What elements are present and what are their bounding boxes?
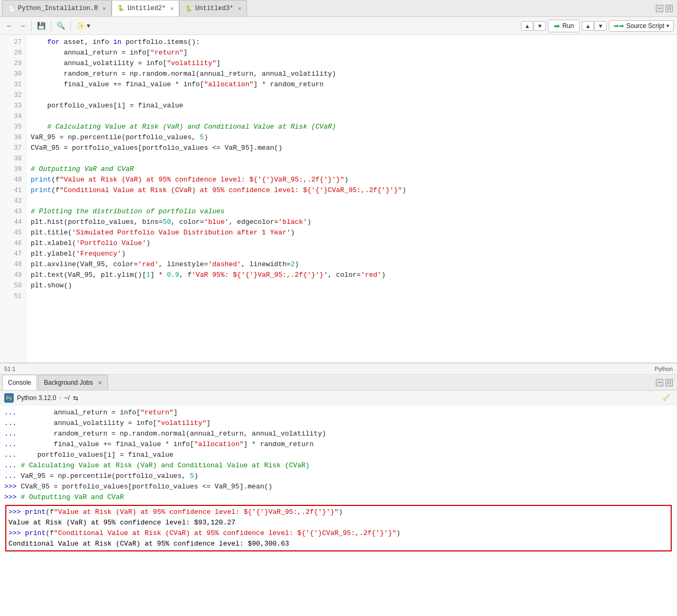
code-editor[interactable]: 27 28 29 30 31 32 33 34 35 36 37 38 39 4…	[0, 35, 677, 363]
tab-python-installation[interactable]: 📄 Python_Installation.R ✕	[2, 0, 112, 16]
console-maximize-button[interactable]: □	[665, 379, 673, 386]
code-lines[interactable]: for asset, info in portfolio.items(): an…	[26, 35, 677, 363]
background-jobs-label: Background Jobs	[44, 379, 93, 386]
tab-close-untitled2[interactable]: ✕	[170, 5, 173, 12]
console-win-controls: — □	[656, 379, 673, 386]
language-indicator[interactable]: Python	[655, 366, 673, 372]
source-nav-up-button[interactable]: ▲	[582, 21, 594, 31]
toolbar-separator-3	[70, 21, 71, 31]
code-editor-container: 27 28 29 30 31 32 33 34 35 36 37 38 39 4…	[0, 35, 677, 363]
console-minimize-button[interactable]: —	[656, 379, 663, 386]
tab-untitled2[interactable]: 🐍 Untitled2* ✕	[112, 0, 179, 16]
console-panel: Console Background Jobs ✕ — □ Py Python …	[0, 375, 677, 616]
tab-label-python-install: Python_Installation.R	[18, 5, 98, 12]
clear-console-button[interactable]: 🧹	[660, 393, 673, 402]
save-button[interactable]: 💾	[34, 21, 48, 31]
console-toolbar: Py Python 3.12.0 · ~/ ⇆ 🧹	[0, 391, 677, 405]
tab-console[interactable]: Console	[2, 375, 37, 390]
run-label: Run	[562, 22, 574, 30]
toolbar-left: ← → 💾 🔍 ✨ ▾	[3, 21, 93, 31]
console-tab-label: Console	[8, 379, 31, 386]
py-file-icon-3: 🐍	[185, 5, 193, 12]
toolbar-right: ▲ ▼ ➡ Run ▲ ▼ ➡➡ Source Script ▾	[521, 20, 674, 32]
path-separator: ·	[59, 394, 61, 402]
console-tab-bar: Console Background Jobs ✕ — □	[0, 375, 677, 391]
tab-close-python-install[interactable]: ✕	[103, 5, 106, 12]
back-button[interactable]: ←	[3, 21, 15, 31]
source-script-button[interactable]: ➡➡ Source Script ▾	[609, 20, 674, 32]
run-arrow-icon: ➡	[554, 22, 560, 30]
forward-button[interactable]: →	[16, 21, 29, 31]
status-bar: 51:1 Python	[0, 363, 677, 375]
source-label: Source Script	[626, 22, 664, 30]
console-path-icon[interactable]: ⇆	[73, 394, 78, 402]
py-file-icon-2: 🐍	[117, 5, 125, 12]
tab-bar: 📄 Python_Installation.R ✕ 🐍 Untitled2* ✕…	[0, 0, 677, 17]
editor-toolbar: ← → 💾 🔍 ✨ ▾ ▲ ▼ ➡ Run ▲ ▼ ➡➡ Source Scri…	[0, 17, 677, 35]
tab-label-untitled2: Untitled2*	[127, 5, 166, 12]
source-arrow-icon: ➡➡	[614, 22, 624, 30]
source-nav-arrows: ▲ ▼	[582, 21, 607, 31]
run-button[interactable]: ➡ Run	[548, 20, 580, 32]
console-tabs: Console Background Jobs ✕	[2, 375, 108, 390]
cursor-position: 51:1	[4, 366, 15, 372]
run-nav-arrows: ▲ ▼	[521, 21, 546, 31]
maximize-button[interactable]: □	[665, 5, 673, 12]
toolbar-separator-1	[31, 21, 32, 31]
python-icon: Py	[4, 393, 14, 403]
tabs-container: 📄 Python_Installation.R ✕ 🐍 Untitled2* ✕…	[2, 0, 247, 16]
tab-close-background-jobs[interactable]: ✕	[98, 380, 102, 386]
tab-untitled3[interactable]: 🐍 Untitled3* ✕	[179, 0, 247, 16]
r-file-icon: 📄	[8, 5, 15, 12]
tab-label-untitled3: Untitled3*	[195, 5, 233, 12]
python-version: Python 3.12.0	[17, 394, 56, 402]
nav-down-button[interactable]: ▼	[534, 21, 546, 31]
tab-close-untitled3[interactable]: ✕	[238, 5, 241, 12]
toolbar-separator-2	[51, 21, 51, 31]
nav-up-button[interactable]: ▲	[521, 21, 533, 31]
console-output[interactable]: ... annual_return = info["return"] ... a…	[0, 405, 677, 616]
highlighted-output-block: >>> print(f"Value at Risk (VaR) at 95% c…	[5, 505, 672, 551]
minimize-button[interactable]: —	[656, 5, 663, 12]
tab-background-jobs[interactable]: Background Jobs ✕	[38, 375, 108, 390]
source-dropdown-icon: ▾	[666, 23, 669, 29]
window-controls: — □	[656, 5, 673, 12]
search-button[interactable]: 🔍	[54, 21, 68, 31]
console-path: ~/	[64, 394, 69, 402]
source-nav-down-button[interactable]: ▼	[594, 21, 607, 31]
line-numbers: 27 28 29 30 31 32 33 34 35 36 37 38 39 4…	[0, 35, 26, 363]
magic-wand-button[interactable]: ✨ ▾	[74, 21, 93, 31]
